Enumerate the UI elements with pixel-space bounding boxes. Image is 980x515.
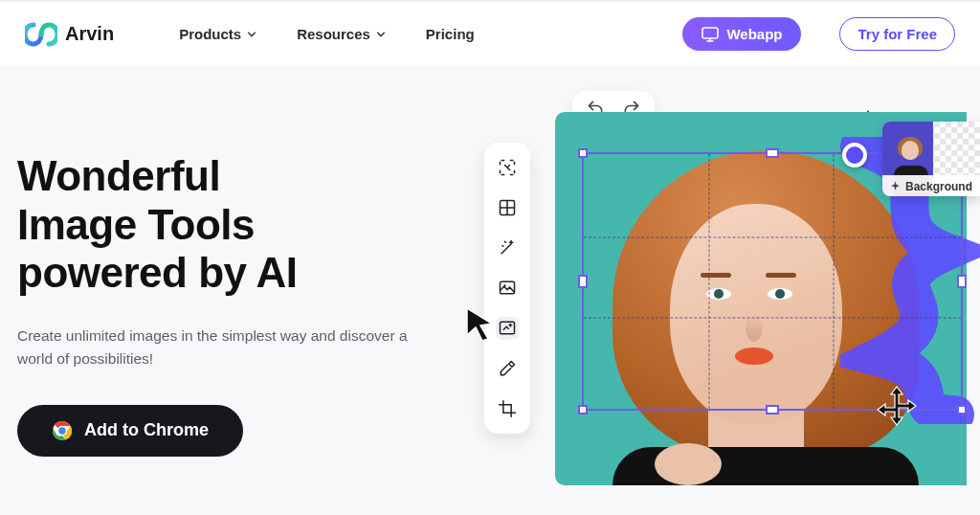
nav-pricing[interactable]: Pricing (426, 26, 475, 42)
background-thumbnail[interactable]: Background (882, 122, 980, 196)
svg-point-7 (503, 284, 505, 286)
monitor-icon (702, 27, 719, 42)
eyedropper-tool[interactable] (496, 357, 519, 380)
move-cursor-icon (873, 384, 921, 432)
webapp-button[interactable]: Webapp (682, 17, 801, 51)
nav-resources[interactable]: Resources (297, 26, 386, 42)
nav-products-label: Products (179, 26, 241, 42)
pointer-cursor-icon (459, 302, 501, 345)
try-free-button[interactable]: Try for Free (839, 17, 955, 51)
svg-rect-0 (702, 28, 718, 38)
nav-products[interactable]: Products (179, 26, 256, 42)
chevron-down-icon (247, 30, 256, 39)
site-header: Arvin Products Resources Pricing Webapp … (0, 0, 980, 66)
sparkle-icon (890, 181, 901, 192)
hero-title-line2: Image Tools (17, 201, 255, 248)
hero-title-line1: Wonderful (17, 152, 220, 199)
hero-title-line3: powered by AI (17, 249, 298, 296)
add-to-chrome-label: Add to Chrome (84, 420, 209, 440)
chevron-down-icon (376, 30, 386, 39)
try-free-label: Try for Free (858, 26, 937, 42)
brush-origin-knob[interactable] (842, 143, 867, 168)
chrome-icon (52, 420, 73, 441)
brand[interactable]: Arvin (25, 22, 114, 47)
top-separator (0, 0, 980, 2)
nav-pricing-label: Pricing (426, 26, 475, 42)
brand-name: Arvin (65, 23, 114, 45)
hero-subtitle: Create unlimited images in the simplest … (17, 325, 438, 370)
brand-logo-icon (25, 22, 57, 47)
magic-wand-tool[interactable] (496, 236, 519, 259)
ai-select-tool[interactable] (496, 156, 519, 179)
main-nav: Products Resources Pricing (179, 26, 475, 42)
editor-toolbar (484, 143, 530, 434)
grid-tool[interactable] (496, 196, 519, 219)
add-to-chrome-button[interactable]: Add to Chrome (17, 405, 243, 457)
image-enhance-tool[interactable] (496, 277, 519, 300)
hero-title: Wonderful Image Tools powered by AI (17, 152, 462, 298)
webapp-button-label: Webapp (726, 26, 782, 42)
crop-tool[interactable] (496, 397, 519, 420)
background-thumbnail-label: Background (882, 175, 980, 196)
editor-preview: Background (463, 87, 980, 515)
hero-copy: Wonderful Image Tools powered by AI Crea… (17, 123, 462, 515)
nav-resources-label: Resources (297, 26, 370, 42)
hero-section: Wonderful Image Tools powered by AI Crea… (0, 66, 980, 515)
